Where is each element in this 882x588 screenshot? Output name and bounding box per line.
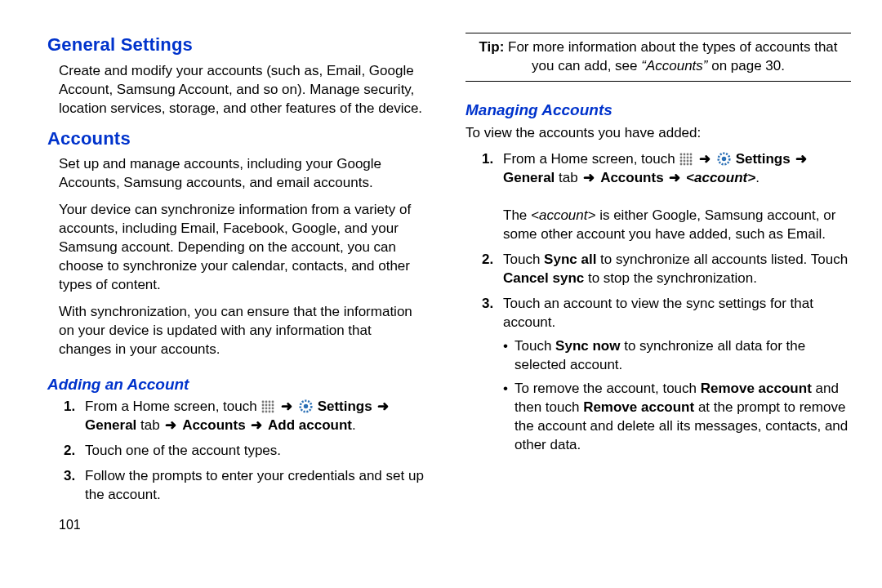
arrow-icon: ➜ [163,417,178,433]
step-number: 3. [47,467,85,505]
svg-point-32 [687,163,689,166]
step-body: Touch one of the account types. [85,442,426,461]
para-managing-intro: To view the accounts you have added: [466,124,851,143]
sync-all-label: Sync all [544,252,596,267]
text: to synchronize all accounts listed. Touc… [596,252,848,267]
apps-grid-icon [679,153,693,166]
text: to stop the synchronization. [584,270,757,286]
heading-accounts: Accounts [47,127,426,151]
para-general-settings: Create and modify your accounts (such as… [47,62,426,118]
svg-point-26 [680,160,683,163]
accounts-label: Accounts [182,417,245,433]
tip-text: on page 30. [707,58,785,74]
svg-point-6 [269,404,271,407]
tip-box: Tip: For more information about the type… [466,33,851,82]
text: The [503,207,531,223]
add-step-2: 2. Touch one of the account types. [47,442,426,461]
manage-step-3: 3. Touch an account to view the sync set… [466,295,851,460]
text: From a Home screen, touch [85,399,261,414]
svg-point-1 [265,401,268,403]
page-number: 101 [47,516,426,534]
arrow-icon: ➜ [279,399,294,414]
arrow-icon: ➜ [376,399,390,414]
svg-point-8 [262,408,265,410]
svg-point-0 [262,401,265,403]
svg-point-13 [265,411,268,413]
svg-point-31 [684,163,686,166]
svg-point-30 [680,163,683,166]
step-number: 1. [466,150,503,244]
svg-point-7 [272,404,274,407]
step-body: From a Home screen, touch ➜ [85,398,426,435]
svg-point-11 [272,408,274,410]
manual-page: General Settings Create and modify your … [0,0,882,588]
svg-point-4 [262,404,265,407]
svg-point-24 [687,157,689,159]
manage-step-1: 1. From a Home screen, touch [466,150,851,244]
adding-account-steps: 1. From a Home screen, touch [47,398,426,505]
heading-adding-account: Adding an Account [47,374,426,395]
text: Touch an account to view the sync settin… [503,296,813,330]
account-variable: <account> [531,207,595,223]
svg-point-9 [265,408,268,410]
text: . [755,170,760,185]
general-label: General [503,170,555,185]
step-body: Touch Sync all to synchronize all accoun… [503,251,851,288]
heading-managing-accounts: Managing Accounts [466,100,851,121]
manage-step-2: 2. Touch Sync all to synchronize all acc… [466,251,851,288]
arrow-icon: ➜ [697,151,712,167]
svg-point-20 [687,154,689,156]
step-body: From a Home screen, touch ➜ [503,150,851,244]
svg-point-23 [684,157,686,159]
accounts-label: Accounts [600,170,663,185]
svg-point-28 [687,160,689,163]
cancel-sync-label: Cancel sync [503,270,584,286]
add-account-label: Add account [268,417,352,433]
svg-point-19 [684,154,686,156]
svg-point-15 [272,411,274,413]
arrow-icon: ➜ [249,417,264,433]
para-accounts-2: Your device can synchronize information … [47,201,426,295]
svg-point-25 [690,157,693,159]
heading-general-settings: General Settings [47,33,426,57]
svg-point-3 [272,401,274,403]
tip-ref: “Accounts” [641,58,707,74]
text: tab [136,417,163,433]
settings-label: Settings [318,399,372,414]
settings-label: Settings [736,151,791,167]
text: From a Home screen, touch [503,151,679,167]
step-number: 1. [47,398,85,435]
apps-grid-icon [261,400,274,413]
tip-label: Tip: [479,39,504,55]
step-body: Follow the prompts to enter your credent… [85,467,426,505]
svg-point-14 [269,411,271,413]
text: Touch [514,338,555,354]
svg-point-5 [265,404,268,407]
account-variable: <account> [686,170,755,185]
add-step-3: 3. Follow the prompts to enter your cred… [47,467,426,505]
arrow-icon: ➜ [794,151,808,167]
left-column: General Settings Create and modify your … [47,33,449,580]
remove-account-label: Remove account [701,381,812,396]
svg-point-12 [262,411,265,413]
svg-point-2 [269,401,271,403]
svg-point-10 [269,408,271,410]
sync-sub-bullets: Touch Sync now to synchronize all data f… [503,337,851,455]
general-label: General [85,417,136,433]
svg-point-18 [680,154,683,156]
svg-point-17 [304,404,308,408]
step-body: Touch an account to view the sync settin… [503,295,851,460]
svg-point-22 [680,157,683,159]
bullet-remove-account: To remove the account, touch Remove acco… [503,380,851,455]
gear-icon [717,152,731,166]
remove-account-label: Remove account [583,399,694,415]
managing-accounts-steps: 1. From a Home screen, touch [466,150,851,459]
svg-point-27 [684,160,686,163]
right-column: Tip: For more information about the type… [449,33,851,580]
add-step-1: 1. From a Home screen, touch [47,398,426,435]
svg-point-21 [690,154,693,156]
arrow-icon: ➜ [667,170,682,185]
text: tab [555,170,581,185]
para-accounts-1: Set up and manage accounts, including yo… [47,155,426,193]
svg-point-35 [722,157,726,161]
